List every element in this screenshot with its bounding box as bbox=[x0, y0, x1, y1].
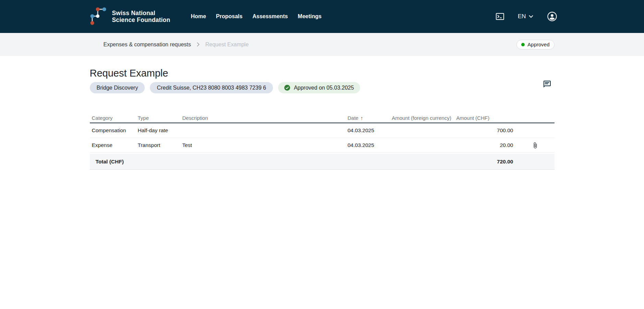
comments-icon[interactable] bbox=[543, 80, 551, 88]
terminal-icon[interactable] bbox=[496, 13, 504, 20]
snsf-logo[interactable]: Swiss National Science Foundation bbox=[90, 7, 170, 26]
account-icon[interactable] bbox=[547, 11, 557, 22]
status-dot-icon bbox=[521, 43, 525, 46]
breadcrumb-item-current: Request Example bbox=[205, 42, 249, 48]
cell-description: Test bbox=[180, 142, 346, 148]
status-badge-label: Approved bbox=[527, 42, 549, 47]
breadcrumb: Expenses & compensation requests Request… bbox=[90, 40, 554, 49]
main-content: Request Example Bridge Discovery Credit … bbox=[90, 67, 554, 170]
page-title: Request Example bbox=[90, 67, 554, 79]
breadcrumb-item-expenses[interactable]: Expenses & compensation requests bbox=[90, 42, 191, 48]
tag-funding-scheme: Bridge Discovery bbox=[90, 82, 145, 93]
status-badge: Approved bbox=[516, 40, 554, 49]
cell-type: Half-day rate bbox=[136, 127, 180, 134]
sort-asc-icon: ↑ bbox=[360, 115, 363, 121]
cell-amount-chf: 700.00 bbox=[454, 127, 516, 134]
column-header-date[interactable]: Date ↑ bbox=[346, 115, 390, 121]
cell-category: Compensation bbox=[90, 127, 136, 134]
chevron-right-icon bbox=[197, 42, 200, 47]
table-total-row: Total (CHF) 720.00 bbox=[90, 154, 554, 170]
column-header-amount-foreign: Amount (foreign currency) bbox=[390, 115, 454, 121]
breadcrumb-bar: Expenses & compensation requests Request… bbox=[0, 33, 644, 56]
table-row: Expense Transport Test 04.03.2025 20.00 bbox=[90, 138, 554, 153]
tag-approved-label: Approved on 05.03.2025 bbox=[294, 85, 354, 91]
tag-list: Bridge Discovery Credit Suisse, CH23 808… bbox=[90, 82, 554, 93]
nav-item-meetings[interactable]: Meetings bbox=[298, 13, 321, 20]
snsf-logo-icon bbox=[90, 7, 107, 26]
column-header-date-label: Date bbox=[348, 115, 359, 121]
chevron-down-icon bbox=[529, 15, 533, 18]
app-header: Swiss National Science Foundation Home P… bbox=[0, 0, 644, 33]
cell-date: 04.03.2025 bbox=[346, 127, 390, 134]
paperclip-icon[interactable] bbox=[516, 142, 554, 149]
cell-type: Transport bbox=[136, 142, 180, 148]
column-header-type: Type bbox=[136, 115, 180, 121]
snsf-logo-text: Swiss National Science Foundation bbox=[112, 10, 170, 24]
nav-item-assessments[interactable]: Assessments bbox=[252, 13, 288, 20]
table-row: Compensation Half-day rate 04.03.2025 70… bbox=[90, 123, 554, 138]
cell-amount-chf: 20.00 bbox=[454, 142, 516, 148]
total-label: Total (CHF) bbox=[90, 159, 454, 165]
nav-item-proposals[interactable]: Proposals bbox=[216, 13, 242, 20]
nav-item-home[interactable]: Home bbox=[191, 13, 206, 20]
column-header-description: Description bbox=[180, 115, 346, 121]
column-header-category: Category bbox=[90, 115, 136, 121]
request-items-table: Category Type Description Date ↑ Amount … bbox=[90, 113, 554, 170]
check-circle-icon bbox=[284, 85, 290, 91]
language-selector[interactable]: EN bbox=[518, 13, 533, 20]
cell-date: 04.03.2025 bbox=[346, 142, 390, 148]
total-amount-chf: 720.00 bbox=[454, 159, 516, 165]
tag-approved: Approved on 05.03.2025 bbox=[278, 82, 360, 93]
column-header-amount-chf: Amount (CHF) bbox=[454, 115, 516, 121]
table-header-row: Category Type Description Date ↑ Amount … bbox=[90, 113, 554, 123]
tag-bank-account: Credit Suisse, CH23 8080 8003 4983 7239 … bbox=[150, 82, 273, 93]
cell-category: Expense bbox=[90, 142, 136, 148]
language-label: EN bbox=[518, 13, 526, 20]
main-nav: Home Proposals Assessments Meetings bbox=[191, 13, 321, 20]
